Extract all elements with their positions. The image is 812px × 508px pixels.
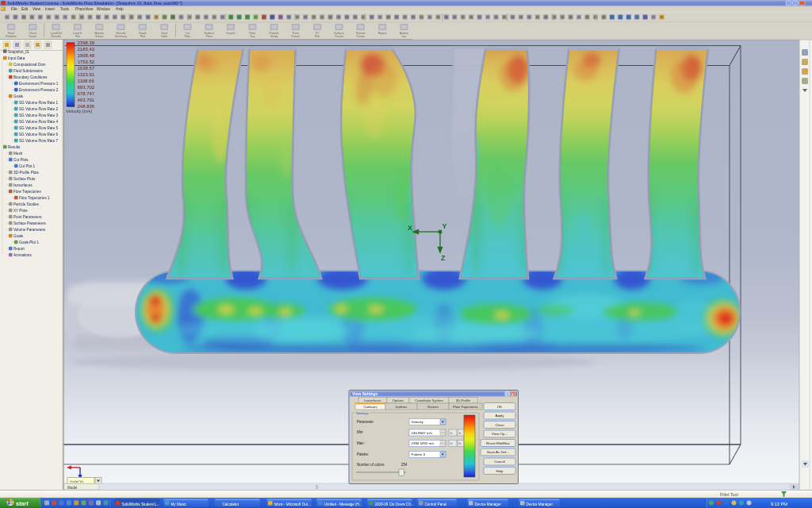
- svg-text:X: X: [408, 224, 412, 232]
- svg-text:Traj: Traj: [250, 35, 255, 38]
- svg-text:SolidWorks Student L...: SolidWorks Student L...: [122, 502, 160, 506]
- svg-text:Plot: Plot: [140, 35, 145, 38]
- svg-text:Isosurfaces: Isosurfaces: [13, 183, 33, 187]
- svg-text:Settings: Settings: [356, 411, 370, 415]
- svg-text:Solver: Solver: [95, 35, 104, 38]
- svg-text:Boundary Conditions: Boundary Conditions: [13, 75, 48, 79]
- svg-text:463.791: 463.791: [78, 98, 95, 102]
- svg-text:Plot: Plot: [315, 35, 320, 38]
- svg-text:PhotoView: PhotoView: [75, 7, 94, 11]
- svg-text:Number of colors:: Number of colors:: [357, 463, 385, 467]
- svg-text:Velocity: Velocity: [412, 420, 424, 424]
- svg-text:SG Volume Flow Rate 1: SG Volume Flow Rate 1: [19, 101, 58, 105]
- svg-text:SG Volume Flow Rate 5: SG Volume Flow Rate 5: [19, 126, 58, 130]
- svg-text:Goals: Goals: [13, 94, 24, 98]
- svg-text:My Music: My Music: [171, 502, 187, 506]
- svg-text:Help: Help: [116, 7, 124, 11]
- svg-text:Reset Min/Max: Reset Min/Max: [486, 441, 510, 445]
- svg-text:Isosurfaces: Isosurfaces: [364, 398, 381, 402]
- svg-text:Parameter: Parameter: [357, 420, 374, 424]
- svg-text:Results: Results: [52, 35, 61, 38]
- svg-text:Close: Close: [495, 423, 504, 427]
- svg-text:Snapshot_01: Snapshot_01: [8, 50, 30, 54]
- svg-text:View: View: [33, 7, 41, 11]
- svg-text:Environment Pressure 1: Environment Pressure 1: [19, 82, 59, 86]
- svg-text:Param: Param: [335, 35, 343, 38]
- svg-text:9:13 PM: 9:13 PM: [771, 502, 787, 506]
- svg-text:View Op...: View Op...: [492, 432, 508, 436]
- svg-text:3D-Profile Plots: 3D-Profile Plots: [13, 171, 40, 175]
- svg-text:Z: Z: [441, 254, 446, 262]
- svg-text:Cancel: Cancel: [494, 460, 505, 464]
- svg-text:2394.3292 m/s: 2394.3292 m/s: [412, 441, 435, 445]
- svg-text:fx: fx: [450, 441, 453, 445]
- svg-text:Insert: Insert: [45, 7, 55, 11]
- svg-text:SG Volume Flow Rate 6: SG Volume Flow Rate 6: [19, 133, 58, 137]
- svg-text:Point Parameters: Point Parameters: [13, 215, 42, 219]
- svg-text:SG Volume Flow Rate 2: SG Volume Flow Rate 2: [19, 107, 58, 111]
- svg-text:Report: Report: [13, 247, 25, 251]
- svg-text:fx: fx: [459, 441, 462, 445]
- svg-text:ion: ion: [402, 35, 406, 38]
- svg-text:2183.43: 2183.43: [78, 47, 95, 52]
- svg-text:Control Panel: Control Panel: [425, 502, 447, 506]
- svg-text:Study: Study: [270, 35, 278, 38]
- svg-text:fx: fx: [450, 431, 453, 435]
- svg-text:2008-09 Cls Overs Ch...: 2008-09 Cls Overs Ch...: [375, 502, 414, 506]
- svg-text:1968.48: 1968.48: [78, 53, 95, 58]
- svg-text:View Settings: View Settings: [352, 391, 378, 396]
- svg-text:Plots: Plots: [184, 35, 190, 38]
- svg-text:254: 254: [401, 463, 408, 467]
- svg-text:Environment Pressure 2: Environment Pressure 2: [19, 88, 59, 92]
- svg-text:Plots: Plots: [206, 35, 213, 38]
- svg-text:2398.39: 2398.39: [78, 40, 95, 45]
- svg-text:Surface Plots: Surface Plots: [13, 177, 36, 181]
- svg-text:Model: Model: [67, 486, 77, 490]
- svg-text:Summary: Summary: [115, 35, 128, 38]
- svg-text:Tools: Tools: [60, 7, 70, 11]
- svg-text:Min:: Min:: [357, 430, 364, 434]
- svg-text:SG Volume Flow Rate 4: SG Volume Flow Rate 4: [19, 120, 58, 124]
- svg-text:SG Volume Flow Rate 7: SG Volume Flow Rate 7: [19, 139, 58, 143]
- svg-text:Calculator: Calculator: [223, 502, 239, 506]
- svg-text:Volume Parameters: Volume Parameters: [13, 228, 46, 232]
- svg-text:893.702: 893.702: [78, 85, 95, 90]
- svg-text:Param: Param: [292, 35, 301, 38]
- svg-text:Contours: Contours: [364, 405, 377, 409]
- svg-text:Edit: Edit: [21, 7, 29, 11]
- svg-text:fx: fx: [459, 431, 462, 435]
- svg-text:Max:: Max:: [357, 441, 365, 445]
- svg-text:SolidWorks Student License - S: SolidWorks Student License - SolidWorks …: [8, 2, 182, 6]
- svg-text:Goals: Goals: [13, 234, 24, 238]
- svg-text:Table: Table: [161, 35, 168, 38]
- svg-text:Device Manager: Device Manager: [527, 502, 553, 506]
- svg-text:Goals Plot 1: Goals Plot 1: [19, 241, 39, 244]
- svg-text:Input Data: Input Data: [8, 56, 25, 60]
- svg-text:Outlet Ve: Outlet Ve: [70, 479, 84, 483]
- svg-text:3D-Profile: 3D-Profile: [456, 398, 471, 402]
- svg-text:Animations: Animations: [13, 253, 32, 257]
- svg-text:Computational Dom: Computational Dom: [13, 63, 46, 67]
- svg-text:Palette:: Palette:: [357, 452, 369, 456]
- svg-text:246.9847 m/s: 246.9847 m/s: [412, 431, 433, 435]
- svg-text:Flow Trajectories: Flow Trajectories: [453, 405, 478, 409]
- svg-text:Window: Window: [97, 7, 110, 11]
- svg-text:678.747: 678.747: [78, 91, 95, 96]
- svg-text:File: File: [75, 35, 80, 38]
- svg-text:Mesh: Mesh: [13, 152, 23, 156]
- svg-text:Param: Param: [357, 35, 366, 38]
- svg-text:Untitled - Message (H...: Untitled - Message (H...: [324, 502, 362, 506]
- svg-text:Device Manager: Device Manager: [475, 502, 502, 506]
- svg-text:Coordinate System: Coordinate System: [415, 398, 443, 402]
- svg-text:Subdom: Subdom: [6, 35, 16, 38]
- svg-text:Isosurf: Isosurf: [227, 32, 236, 35]
- svg-text:Save As Def...: Save As Def...: [487, 450, 509, 454]
- svg-text:Inbox - Microsoft Out...: Inbox - Microsoft Out...: [274, 502, 311, 506]
- svg-text:Velocity [m/s]: Velocity [m/s]: [66, 109, 92, 114]
- svg-text:Y: Y: [442, 222, 447, 230]
- svg-text:Vectors: Vectors: [427, 405, 439, 409]
- svg-text:Geom: Geom: [29, 35, 36, 38]
- svg-text:Flow Trajectories: Flow Trajectories: [13, 190, 41, 194]
- svg-text:1323.61: 1323.61: [78, 72, 95, 77]
- svg-text:OK: OK: [497, 405, 502, 409]
